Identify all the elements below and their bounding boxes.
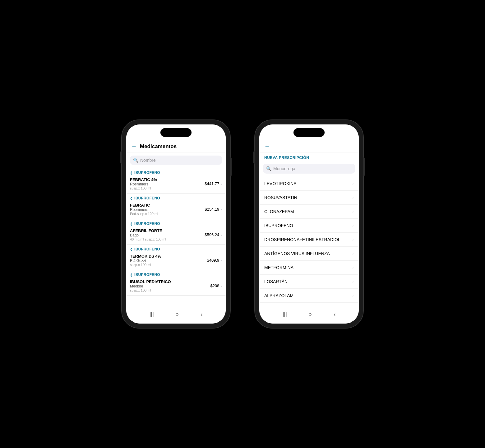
med-item-2[interactable]: FEBRATIC Roemmers Ped.susp.x 100 ml $254… bbox=[126, 202, 226, 219]
med-info-4: TERMOKIDS 4% E.J.Gezzi susp.x 100 ml bbox=[130, 254, 207, 267]
drug-item-9[interactable]: AMOXICILINA+CLAVULÁNICO,ÁC. › bbox=[259, 303, 359, 305]
right-bottom-back-icon[interactable]: ‹ bbox=[334, 311, 335, 318]
med-detail-3: 40 mg/ml susp.x 100 ml bbox=[130, 237, 205, 241]
drug-item-2[interactable]: CLONAZEPAM › bbox=[259, 205, 359, 219]
med-name-2: FEBRATIC bbox=[130, 203, 205, 208]
med-brand-3: Bago bbox=[130, 233, 205, 237]
section-header-1: ❮ IBUPROFENO bbox=[126, 168, 226, 176]
section-label-4: IBUPROFENO bbox=[134, 247, 160, 251]
dynamic-island-right bbox=[293, 128, 325, 137]
med-section-2: ❮ IBUPROFENO FEBRATIC Roemmers Ped.susp.… bbox=[126, 194, 226, 219]
med-price-row-5: $208 › bbox=[210, 283, 222, 288]
bottom-home-icon[interactable]: ○ bbox=[176, 311, 179, 318]
drug-chevron-4: › bbox=[352, 237, 354, 242]
right-bottom-home-icon[interactable]: ○ bbox=[309, 311, 312, 318]
section-label-1: IBUPROFENO bbox=[134, 170, 160, 175]
med-price-2: $254.19 bbox=[205, 207, 219, 212]
back-button-right[interactable]: ← bbox=[264, 143, 270, 150]
drug-name-6: METFORMINA bbox=[264, 265, 352, 270]
drug-chevron-0: › bbox=[352, 181, 354, 186]
drug-name-0: LEVOTIROXINA bbox=[264, 181, 352, 186]
bottom-recent-icon[interactable]: ||| bbox=[150, 311, 154, 318]
left-bottom-bar: ||| ○ ‹ bbox=[126, 305, 226, 324]
drug-name-7: LOSARTÁN bbox=[264, 279, 352, 284]
med-item-5[interactable]: IBUSOL PEDIATRICO Medisol susp.x 100 ml … bbox=[126, 278, 226, 295]
right-section-title: NUEVA PRESCRIPCIÓN bbox=[259, 152, 359, 162]
med-price-4: $409.9 bbox=[207, 258, 219, 263]
med-brand-4: E.J.Gezzi bbox=[130, 259, 207, 263]
section-label-2: IBUPROFENO bbox=[134, 196, 160, 200]
drug-chevron-3: › bbox=[352, 223, 354, 228]
drug-name-8: ALPRAZOLAM bbox=[264, 293, 352, 298]
med-chevron-2: › bbox=[220, 207, 222, 212]
med-detail-5: susp.x 100 ml bbox=[130, 288, 210, 292]
drug-chevron-5: › bbox=[352, 251, 354, 256]
right-phone: ← NUEVA PRESCRIPCIÓN 🔍 Monodroga LEVOTIR… bbox=[255, 120, 363, 328]
med-item-4[interactable]: TERMOKIDS 4% E.J.Gezzi susp.x 100 ml $40… bbox=[126, 253, 226, 270]
med-name-3: AFEBRIL FORTE bbox=[130, 228, 205, 233]
search-icon-right: 🔍 bbox=[266, 166, 271, 171]
drug-item-3[interactable]: IBUPROFENO › bbox=[259, 219, 359, 233]
med-section-5: ❮ IBUPROFENO IBUSOL PEDIATRICO Medisol s… bbox=[126, 270, 226, 296]
med-item-3[interactable]: AFEBRIL FORTE Bago 40 mg/ml susp.x 100 m… bbox=[126, 227, 226, 244]
med-brand-1: Roemmers bbox=[130, 182, 205, 186]
med-detail-2: Ped.susp.x 100 ml bbox=[130, 212, 205, 216]
med-brand-2: Roemmers bbox=[130, 208, 205, 212]
section-chevron-1: ❮ bbox=[130, 171, 133, 175]
drug-item-5[interactable]: ANTÍGENOS VIRUS INFLUENZA › bbox=[259, 247, 359, 261]
drug-item-7[interactable]: LOSARTÁN › bbox=[259, 275, 359, 289]
drug-item-4[interactable]: DROSPIRENONA+ETINILESTRADIOL › bbox=[259, 233, 359, 247]
drug-chevron-6: › bbox=[352, 265, 354, 270]
med-chevron-3: › bbox=[220, 232, 222, 237]
med-section-4: ❮ IBUPROFENO TERMOKIDS 4% E.J.Gezzi susp… bbox=[126, 245, 226, 270]
left-header: ← Medicamentos bbox=[126, 140, 226, 152]
section-header-5: ❮ IBUPROFENO bbox=[126, 270, 226, 278]
dynamic-island-left bbox=[160, 128, 192, 137]
drug-chevron-7: › bbox=[352, 279, 354, 284]
right-search-bar[interactable]: 🔍 Monodroga bbox=[263, 164, 355, 174]
section-header-3: ❮ IBUPROFENO bbox=[126, 219, 226, 227]
drug-name-1: ROSUVASTATIN bbox=[264, 195, 352, 200]
med-name-5: IBUSOL PEDIATRICO bbox=[130, 279, 210, 284]
med-name-4: TERMOKIDS 4% bbox=[130, 254, 207, 259]
drug-name-5: ANTÍGENOS VIRUS INFLUENZA bbox=[264, 251, 352, 256]
med-brand-5: Medisol bbox=[130, 284, 210, 288]
drug-chevron-2: › bbox=[352, 209, 354, 214]
right-search-placeholder: Monodroga bbox=[273, 166, 295, 171]
med-price-row-2: $254.19 › bbox=[205, 207, 222, 212]
drug-item-1[interactable]: ROSUVASTATIN › bbox=[259, 191, 359, 205]
med-item-1[interactable]: FEBRATIC 4% Roemmers susp.x 100 ml $441.… bbox=[126, 176, 226, 193]
left-search-bar[interactable]: 🔍 Nombre bbox=[130, 156, 222, 165]
left-screen-content: ❮ IBUPROFENO FEBRATIC 4% Roemmers susp.x… bbox=[126, 168, 226, 305]
med-detail-1: susp.x 100 ml bbox=[130, 186, 205, 190]
section-header-2: ❮ IBUPROFENO bbox=[126, 194, 226, 202]
drug-item-6[interactable]: METFORMINA › bbox=[259, 261, 359, 275]
drug-item-0[interactable]: LEVOTIROXINA › bbox=[259, 177, 359, 191]
section-header-4: ❮ IBUPROFENO bbox=[126, 245, 226, 253]
left-phone: ← Medicamentos 🔍 Nombre ❮ IBUPROFENO FEB… bbox=[122, 120, 230, 328]
drug-chevron-8: › bbox=[352, 293, 354, 298]
med-detail-4: susp.x 100 ml bbox=[130, 263, 207, 267]
med-chevron-1: › bbox=[220, 181, 222, 186]
drug-list: LEVOTIROXINA › ROSUVASTATIN › CLONAZEPAM… bbox=[259, 177, 359, 305]
section-chevron-5: ❮ bbox=[130, 273, 133, 277]
section-chevron-2: ❮ bbox=[130, 196, 133, 200]
back-button-left[interactable]: ← bbox=[131, 143, 137, 150]
right-bottom-bar: ||| ○ ‹ bbox=[259, 305, 359, 324]
med-price-3: $596.24 bbox=[205, 232, 219, 237]
right-bottom-recent-icon[interactable]: ||| bbox=[283, 311, 287, 318]
section-label-3: IBUPROFENO bbox=[134, 222, 160, 226]
section-label-5: IBUPROFENO bbox=[134, 273, 160, 277]
med-price-1: $441.77 bbox=[205, 181, 219, 186]
section-chevron-4: ❮ bbox=[130, 247, 133, 251]
bottom-back-icon[interactable]: ‹ bbox=[201, 311, 202, 318]
med-chevron-5: › bbox=[220, 283, 222, 288]
left-search-placeholder: Nombre bbox=[140, 158, 156, 163]
search-icon-left: 🔍 bbox=[133, 158, 138, 163]
med-price-row-4: $409.9 › bbox=[207, 258, 222, 263]
right-screen-content: NUEVA PRESCRIPCIÓN 🔍 Monodroga LEVOTIROX… bbox=[259, 152, 359, 305]
drug-name-2: CLONAZEPAM bbox=[264, 209, 352, 214]
med-section-3: ❮ IBUPROFENO AFEBRIL FORTE Bago 40 mg/ml… bbox=[126, 219, 226, 245]
drug-item-8[interactable]: ALPRAZOLAM › bbox=[259, 289, 359, 303]
drug-name-3: IBUPROFENO bbox=[264, 223, 352, 228]
